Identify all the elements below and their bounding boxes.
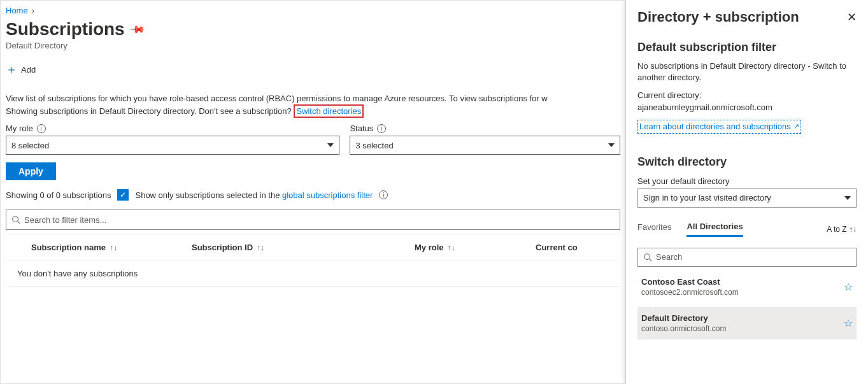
panel-title: Directory + subscription bbox=[637, 9, 799, 25]
chevron-down-icon bbox=[844, 196, 851, 200]
plus-icon: ＋ bbox=[6, 62, 17, 77]
tab-all-directories[interactable]: All Directories bbox=[687, 222, 743, 237]
search-icon bbox=[643, 253, 652, 262]
show-only-checkbox[interactable]: ✓ bbox=[117, 189, 129, 201]
info-icon[interactable]: i bbox=[379, 190, 388, 199]
showing-count: Showing 0 of 0 subscriptions bbox=[6, 190, 111, 200]
pin-icon[interactable]: 📌 bbox=[129, 20, 146, 38]
directory-domain: contosoec2.onmicrosoft.com bbox=[641, 288, 739, 297]
directory-name: Default Directory bbox=[641, 313, 726, 323]
close-icon[interactable]: ✕ bbox=[847, 10, 857, 24]
breadcrumb: Home › bbox=[6, 6, 620, 15]
sort-icon[interactable]: ↑↓ bbox=[257, 243, 264, 252]
current-directory-value: ajaneaburnleygmail.onmicrosoft.com bbox=[637, 102, 857, 113]
chevron-down-icon bbox=[327, 143, 334, 147]
my-role-dropdown[interactable]: 8 selected bbox=[6, 136, 339, 155]
page-subtitle: Default Directory bbox=[6, 41, 620, 50]
breadcrumb-home[interactable]: Home bbox=[6, 6, 28, 15]
col-subscription-id[interactable]: Subscription ID bbox=[192, 243, 253, 252]
status-label: Status bbox=[350, 124, 373, 133]
sort-toggle[interactable]: A to Z ↑↓ bbox=[827, 225, 857, 234]
my-role-label: My role bbox=[6, 124, 33, 133]
directory-search-input[interactable]: Search bbox=[637, 248, 857, 267]
directory-domain: contoso.onmicrosoft.com bbox=[641, 324, 726, 333]
set-default-label: Set your default directory bbox=[637, 176, 857, 186]
col-my-role[interactable]: My role bbox=[415, 243, 444, 252]
default-directory-dropdown[interactable]: Sign in to your last visited directory bbox=[637, 188, 857, 208]
sort-icon[interactable]: ↑↓ bbox=[448, 243, 455, 252]
col-current-cost[interactable]: Current co bbox=[536, 243, 578, 252]
svg-line-1 bbox=[18, 222, 20, 224]
directory-item[interactable]: Contoso East Coast contosoec2.onmicrosof… bbox=[637, 271, 857, 303]
directory-item[interactable]: Default Directory contoso.onmicrosoft.co… bbox=[637, 307, 857, 339]
switch-directory-heading: Switch directory bbox=[637, 155, 857, 169]
subscriptions-table: Subscription name↑↓ Subscription ID↑↓ My… bbox=[6, 234, 620, 287]
svg-point-2 bbox=[644, 254, 650, 260]
global-filter-link[interactable]: global subscriptions filter bbox=[282, 190, 373, 200]
external-link-icon: ↗ bbox=[793, 122, 799, 131]
switch-directories-link[interactable]: Switch directories bbox=[296, 106, 361, 116]
directory-subscription-panel: Directory + subscription ✕ Default subsc… bbox=[626, 0, 868, 384]
empty-row: You don't have any subscriptions bbox=[6, 261, 620, 286]
default-filter-heading: Default subscription filter bbox=[637, 41, 857, 54]
star-icon[interactable]: ☆ bbox=[844, 281, 853, 293]
no-subscriptions-text: No subscriptions in Default Directory di… bbox=[637, 60, 857, 83]
chevron-down-icon bbox=[608, 143, 615, 147]
directory-name: Contoso East Coast bbox=[641, 277, 739, 287]
show-only-label: Show only subscriptions selected in the … bbox=[135, 190, 373, 200]
search-input[interactable]: Search to filter items... bbox=[6, 210, 620, 230]
description-text: View list of subscriptions for which you… bbox=[6, 92, 620, 117]
svg-point-0 bbox=[13, 217, 18, 222]
current-directory-label: Current directory: bbox=[637, 90, 857, 101]
star-icon[interactable]: ☆ bbox=[844, 317, 853, 329]
apply-button[interactable]: Apply bbox=[6, 162, 56, 180]
learn-link[interactable]: Learn about directories and subscription… bbox=[637, 120, 801, 134]
col-subscription-name[interactable]: Subscription name bbox=[31, 243, 106, 252]
page-title: Subscriptions bbox=[6, 19, 125, 39]
tab-favorites[interactable]: Favorites bbox=[637, 222, 671, 236]
status-dropdown[interactable]: 3 selected bbox=[350, 136, 620, 155]
svg-line-3 bbox=[650, 259, 652, 262]
search-icon bbox=[11, 215, 20, 224]
info-icon[interactable]: i bbox=[377, 124, 386, 133]
add-button[interactable]: Add bbox=[21, 65, 36, 75]
sort-icon[interactable]: ↑↓ bbox=[110, 243, 117, 252]
chevron-right-icon: › bbox=[32, 6, 34, 15]
main-content: Home › Subscriptions 📌 Default Directory… bbox=[0, 0, 626, 384]
info-icon[interactable]: i bbox=[37, 124, 46, 133]
